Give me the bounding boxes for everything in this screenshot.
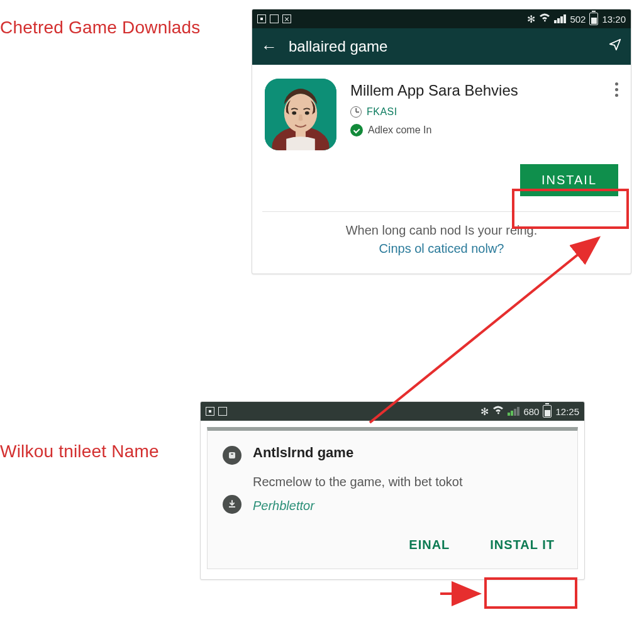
- svg-point-3: [292, 111, 296, 114]
- status-bar: ✻ 502 13:20: [252, 9, 631, 28]
- status-icon-app2: [270, 14, 279, 23]
- annotation-highlight-install-bottom: [484, 577, 577, 609]
- clock-icon: [350, 106, 362, 118]
- phone-top: ✻ 502 13:20 ← ballaired game: [252, 9, 631, 274]
- caption-top: Chetred Game Downlads: [0, 18, 201, 38]
- verified-icon: [350, 124, 363, 136]
- wifi-icon: [539, 13, 550, 25]
- svg-point-4: [305, 111, 309, 114]
- status-time: 12:25: [555, 406, 579, 417]
- status-time: 13:20: [602, 14, 626, 25]
- svg-rect-7: [231, 453, 233, 455]
- app-title: Millem App Sara Behvies: [350, 81, 601, 100]
- share-icon[interactable]: [608, 38, 622, 55]
- signal-icon: [508, 407, 519, 416]
- dialog-info-icon: [223, 446, 242, 465]
- status-bar: ✻ 680 12:25: [201, 402, 584, 421]
- divider: [262, 211, 621, 212]
- app-bar: ← ballaired game: [252, 28, 631, 65]
- verified-text: Adlex come In: [368, 125, 431, 136]
- dialog-download-icon: [223, 495, 242, 514]
- phone-bottom: ✻ 680 12:25 Antlslrnd game Recmelow to: [200, 401, 585, 580]
- wifi-icon: [492, 406, 504, 417]
- overflow-menu-icon[interactable]: [615, 79, 618, 97]
- svg-rect-8: [229, 506, 235, 508]
- status-number: 680: [523, 406, 539, 417]
- dialog-body: Recmelow to the game, with bet tokot: [253, 474, 562, 490]
- signal-icon: [554, 14, 566, 23]
- status-icon-app1: [206, 407, 214, 416]
- status-icon-app3: [282, 14, 291, 23]
- dialog-secondary-button[interactable]: EINAL: [401, 531, 457, 558]
- battery-icon: [589, 13, 598, 25]
- footer-message: When long canb nod Is your reing. Cinps …: [252, 223, 631, 274]
- footer-line-1: When long canb nod Is your reing.: [270, 223, 613, 238]
- appbar-title: ballaired game: [289, 38, 597, 55]
- avatar-icon: [265, 79, 336, 150]
- install-dialog: Antlslrnd game Recmelow to the game, wit…: [207, 427, 578, 569]
- gear-icon: ✻: [527, 13, 535, 25]
- dialog-primary-button[interactable]: INSTAL IT: [482, 531, 562, 558]
- app-listing: Millem App Sara Behvies FKASI Adlex come…: [252, 65, 631, 158]
- battery-icon: [543, 405, 552, 418]
- app-icon[interactable]: [265, 79, 336, 150]
- app-tag: FKASI: [367, 106, 397, 118]
- status-icon-app2: [218, 407, 227, 416]
- caption-bottom: Wilkou tnileet Name: [0, 441, 159, 462]
- gear-icon: ✻: [480, 406, 489, 418]
- status-number: 502: [570, 14, 586, 25]
- back-icon[interactable]: ←: [261, 38, 277, 55]
- dialog-title: Antlslrnd game: [253, 445, 562, 461]
- status-icon-app1: [257, 14, 266, 23]
- install-button[interactable]: INSTAIL: [520, 164, 618, 196]
- svg-rect-6: [229, 452, 235, 458]
- footer-link[interactable]: Cinps ol caticed nolw?: [270, 242, 613, 256]
- dialog-subtext: Perhblettor: [253, 499, 562, 513]
